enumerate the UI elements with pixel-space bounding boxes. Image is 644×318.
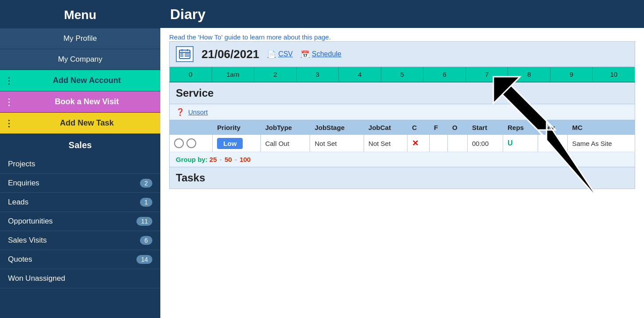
table-header: F xyxy=(429,120,447,135)
sidebar-item-enquiries[interactable]: Enquiries2 xyxy=(0,174,160,193)
sidebar-title: Menu xyxy=(0,0,160,28)
sales-section-title: Sales xyxy=(0,134,160,155)
sidebar-item-leads[interactable]: Leads1 xyxy=(0,193,160,212)
nav-badge: 14 xyxy=(136,255,152,264)
schedule-link[interactable]: 📅 Schedule xyxy=(301,50,341,59)
u-mark: U xyxy=(508,139,513,147)
mc-cell: Same As Site xyxy=(567,135,635,152)
sidebar-item-my-profile[interactable]: My Profile xyxy=(0,28,160,49)
reps-cell: U xyxy=(503,135,538,152)
dots-icon: ⋮ xyxy=(4,76,13,85)
nav-item-label: Won Unassigned xyxy=(8,274,65,283)
timeline-cell: 9 xyxy=(551,67,593,82)
priority-cell: Low xyxy=(213,135,260,152)
radio-1[interactable] xyxy=(174,138,184,148)
timeline-cell: 2 xyxy=(254,67,297,82)
nav-item-label: Projects xyxy=(8,160,35,169)
sidebar: Menu My Profile My Company ⋮ Add New Acc… xyxy=(0,0,160,318)
separator-2: - xyxy=(235,156,239,163)
service-section-header: Service xyxy=(169,82,635,104)
add-new-account-button[interactable]: ⋮ Add New Account xyxy=(0,70,160,91)
sidebar-item-opportunities[interactable]: Opportunities11 xyxy=(0,212,160,231)
timeline-cell: 3 xyxy=(297,67,339,82)
main-header: Diary xyxy=(160,0,644,28)
table-header: O xyxy=(447,120,467,135)
timeline-cell: 8 xyxy=(508,67,551,82)
table-header-row: PriorityJobTypeJobStageJobCatCFOStartRep… xyxy=(170,120,635,135)
job-stage-cell: Not Set xyxy=(310,135,364,152)
c-cell: ✕ xyxy=(407,135,429,152)
job-cat-cell: Not Set xyxy=(364,135,407,152)
service-table: PriorityJobTypeJobStageJobCatCFOStartRep… xyxy=(169,120,635,152)
sidebar-item-won-unassigned[interactable]: Won Unassigned xyxy=(0,269,160,288)
svg-rect-0 xyxy=(179,50,190,59)
start-cell: 00:00 xyxy=(467,135,503,152)
nav-item-label: Sales Visits xyxy=(8,236,47,245)
timeline-cell: 1am xyxy=(212,67,255,82)
table-header: JobType xyxy=(260,120,310,135)
sidebar-item-projects[interactable]: Projects xyxy=(0,155,160,174)
how-to-link[interactable]: Read the 'How To' guide to learn more ab… xyxy=(169,33,331,41)
timeline-cell: 5 xyxy=(381,67,424,82)
sidebar-nav: ProjectsEnquiries2Leads1Opportunities11S… xyxy=(0,155,160,288)
nav-item-label: Leads xyxy=(8,198,28,207)
group-by-25[interactable]: 25 xyxy=(209,156,217,163)
dots-icon: ⋮ xyxy=(4,98,13,106)
table-header: JobCat xyxy=(364,120,407,135)
table-header: C xyxy=(407,120,429,135)
nav-badge: 2 xyxy=(140,179,152,188)
timeline-cell: 0 xyxy=(170,67,212,82)
table-header xyxy=(170,120,213,135)
o-cell xyxy=(447,135,467,152)
sidebar-item-quotes[interactable]: Quotes14 xyxy=(0,250,160,269)
section-subheader: ❓ Unsort xyxy=(169,104,635,120)
page-title: Diary xyxy=(170,6,634,23)
sidebar-item-my-company[interactable]: My Company xyxy=(0,49,160,70)
timeline-cell: 6 xyxy=(423,67,466,82)
separator-1: - xyxy=(220,156,224,163)
x-mark: ✕ xyxy=(412,139,419,148)
table-header: MC xyxy=(567,120,635,135)
table-header: Reps xyxy=(503,120,538,135)
nav-badge: 11 xyxy=(136,217,152,226)
help-icon[interactable]: ❓ xyxy=(176,108,185,116)
table-row: Low Call Out Not Set Not Set ✕ 00:00 U S… xyxy=(170,135,635,152)
table-header: Key xyxy=(538,120,568,135)
dots-icon: ⋮ xyxy=(4,119,13,128)
group-by-label: Group by: xyxy=(176,156,208,163)
priority-badge: Low xyxy=(217,138,243,149)
group-by-100[interactable]: 100 xyxy=(240,156,251,163)
csv-icon: 📄 xyxy=(267,50,276,59)
nav-item-label: Enquiries xyxy=(8,179,39,188)
table-header: JobStage xyxy=(310,120,364,135)
current-date: 21/06/2021 xyxy=(202,47,259,61)
group-by-row: Group by: 25 - 50 - 100 xyxy=(169,152,635,167)
calendar-nav-icon[interactable] xyxy=(176,46,194,62)
table-header: Start xyxy=(467,120,503,135)
group-by-50[interactable]: 50 xyxy=(225,156,232,163)
job-type-cell: Call Out xyxy=(260,135,310,152)
timeline-row: 01am2345678910 xyxy=(169,67,635,82)
timeline-cell: 10 xyxy=(593,67,635,82)
timeline-cell: 4 xyxy=(339,67,381,82)
radio-2[interactable] xyxy=(186,138,196,148)
tasks-section-header: Tasks xyxy=(169,167,635,189)
nav-badge: 6 xyxy=(140,236,152,245)
nav-item-label: Quotes xyxy=(8,255,32,264)
add-new-task-button[interactable]: ⋮ Add New Task xyxy=(0,113,160,134)
radio-cell xyxy=(170,135,213,152)
main-body: Read the 'How To' guide to learn more ab… xyxy=(160,28,644,318)
timeline-cell: 7 xyxy=(466,67,508,82)
main-content: Diary Read the 'How To' guide to learn m… xyxy=(160,0,644,318)
content-area: 21/06/2021 📄 CSV 📅 Schedule 01am23456789… xyxy=(169,41,635,189)
key-cell xyxy=(538,135,568,152)
book-new-visit-button[interactable]: ⋮ Book a New Visit xyxy=(0,91,160,113)
nav-badge: 1 xyxy=(140,198,152,207)
schedule-icon: 📅 xyxy=(301,50,310,59)
table-header: Priority xyxy=(213,120,260,135)
f-cell xyxy=(429,135,447,152)
nav-item-label: Opportunities xyxy=(8,217,53,226)
unsort-link[interactable]: Unsort xyxy=(188,108,208,116)
sidebar-item-sales-visits[interactable]: Sales Visits6 xyxy=(0,231,160,250)
csv-link[interactable]: 📄 CSV xyxy=(267,50,293,59)
